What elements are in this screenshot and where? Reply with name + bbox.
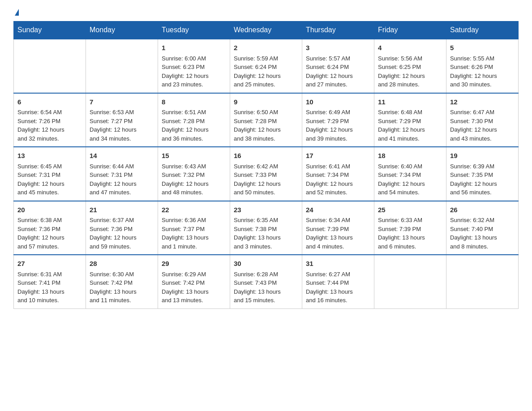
- calendar-cell: 29Sunrise: 6:29 AM Sunset: 7:42 PM Dayli…: [158, 255, 230, 308]
- day-info: Sunrise: 6:39 AM Sunset: 7:35 PM Dayligh…: [450, 163, 497, 196]
- calendar-cell: 4Sunrise: 5:56 AM Sunset: 6:25 PM Daylig…: [374, 39, 446, 93]
- day-number: 19: [450, 151, 515, 161]
- calendar-cell: 9Sunrise: 6:50 AM Sunset: 7:28 PM Daylig…: [230, 93, 302, 147]
- day-number: 28: [90, 259, 154, 269]
- calendar-cell: 2Sunrise: 5:59 AM Sunset: 6:24 PM Daylig…: [230, 39, 302, 93]
- day-info: Sunrise: 6:32 AM Sunset: 7:40 PM Dayligh…: [450, 217, 497, 250]
- day-number: 29: [162, 259, 226, 269]
- day-info: Sunrise: 6:43 AM Sunset: 7:32 PM Dayligh…: [162, 163, 209, 196]
- day-number: 13: [17, 151, 82, 161]
- day-info: Sunrise: 5:59 AM Sunset: 6:24 PM Dayligh…: [234, 55, 281, 88]
- day-number: 5: [450, 43, 515, 53]
- page-header: [13, 9, 519, 17]
- day-number: 10: [306, 97, 370, 107]
- logo: [13, 9, 19, 17]
- calendar-header-row: SundayMondayTuesdayWednesdayThursdayFrid…: [14, 21, 519, 39]
- calendar-cell: 23Sunrise: 6:35 AM Sunset: 7:38 PM Dayli…: [230, 201, 302, 255]
- day-info: Sunrise: 6:29 AM Sunset: 7:42 PM Dayligh…: [162, 271, 209, 304]
- day-info: Sunrise: 6:37 AM Sunset: 7:36 PM Dayligh…: [90, 217, 137, 250]
- day-number: 25: [378, 205, 442, 215]
- calendar-cell: 18Sunrise: 6:40 AM Sunset: 7:34 PM Dayli…: [374, 147, 446, 201]
- day-number: 17: [306, 151, 370, 161]
- day-info: Sunrise: 6:47 AM Sunset: 7:30 PM Dayligh…: [450, 109, 497, 142]
- calendar-week-row: 20Sunrise: 6:38 AM Sunset: 7:36 PM Dayli…: [14, 201, 519, 255]
- day-number: 2: [234, 43, 298, 53]
- day-info: Sunrise: 6:54 AM Sunset: 7:26 PM Dayligh…: [17, 109, 64, 142]
- calendar-week-row: 6Sunrise: 6:54 AM Sunset: 7:26 PM Daylig…: [14, 93, 519, 147]
- calendar-cell: 14Sunrise: 6:44 AM Sunset: 7:31 PM Dayli…: [86, 147, 158, 201]
- column-header-sunday: Sunday: [14, 21, 86, 39]
- calendar-week-row: 1Sunrise: 6:00 AM Sunset: 6:23 PM Daylig…: [14, 39, 519, 93]
- calendar-cell: 31Sunrise: 6:27 AM Sunset: 7:44 PM Dayli…: [302, 255, 374, 308]
- column-header-thursday: Thursday: [302, 21, 374, 39]
- day-info: Sunrise: 6:40 AM Sunset: 7:34 PM Dayligh…: [378, 163, 425, 196]
- day-info: Sunrise: 5:57 AM Sunset: 6:24 PM Dayligh…: [306, 55, 353, 88]
- day-info: Sunrise: 6:50 AM Sunset: 7:28 PM Dayligh…: [234, 109, 281, 142]
- day-info: Sunrise: 6:49 AM Sunset: 7:29 PM Dayligh…: [306, 109, 353, 142]
- day-number: 8: [162, 97, 226, 107]
- day-number: 24: [306, 205, 370, 215]
- day-info: Sunrise: 6:31 AM Sunset: 7:41 PM Dayligh…: [17, 271, 64, 304]
- calendar-cell: 22Sunrise: 6:36 AM Sunset: 7:37 PM Dayli…: [158, 201, 230, 255]
- calendar-week-row: 27Sunrise: 6:31 AM Sunset: 7:41 PM Dayli…: [14, 255, 519, 308]
- calendar-cell: 16Sunrise: 6:42 AM Sunset: 7:33 PM Dayli…: [230, 147, 302, 201]
- day-number: 1: [162, 43, 226, 53]
- day-info: Sunrise: 6:53 AM Sunset: 7:27 PM Dayligh…: [90, 109, 137, 142]
- calendar-cell: [14, 39, 86, 93]
- calendar-cell: [374, 255, 446, 308]
- calendar-cell: 20Sunrise: 6:38 AM Sunset: 7:36 PM Dayli…: [14, 201, 86, 255]
- day-info: Sunrise: 6:00 AM Sunset: 6:23 PM Dayligh…: [162, 55, 209, 88]
- logo-triangle-icon: [15, 9, 19, 16]
- calendar-cell: 11Sunrise: 6:48 AM Sunset: 7:29 PM Dayli…: [374, 93, 446, 147]
- day-info: Sunrise: 6:44 AM Sunset: 7:31 PM Dayligh…: [90, 163, 137, 196]
- day-info: Sunrise: 6:33 AM Sunset: 7:39 PM Dayligh…: [378, 217, 425, 250]
- day-info: Sunrise: 6:30 AM Sunset: 7:42 PM Dayligh…: [90, 271, 137, 304]
- day-info: Sunrise: 6:34 AM Sunset: 7:39 PM Dayligh…: [306, 217, 353, 250]
- day-info: Sunrise: 6:48 AM Sunset: 7:29 PM Dayligh…: [378, 109, 425, 142]
- calendar-cell: 21Sunrise: 6:37 AM Sunset: 7:36 PM Dayli…: [86, 201, 158, 255]
- day-number: 26: [450, 205, 515, 215]
- day-info: Sunrise: 6:27 AM Sunset: 7:44 PM Dayligh…: [306, 271, 353, 304]
- calendar-cell: 7Sunrise: 6:53 AM Sunset: 7:27 PM Daylig…: [86, 93, 158, 147]
- calendar-cell: 3Sunrise: 5:57 AM Sunset: 6:24 PM Daylig…: [302, 39, 374, 93]
- day-info: Sunrise: 6:38 AM Sunset: 7:36 PM Dayligh…: [17, 217, 64, 250]
- day-number: 6: [17, 97, 82, 107]
- day-info: Sunrise: 6:42 AM Sunset: 7:33 PM Dayligh…: [234, 163, 281, 196]
- calendar-cell: 30Sunrise: 6:28 AM Sunset: 7:43 PM Dayli…: [230, 255, 302, 308]
- day-number: 21: [90, 205, 154, 215]
- day-info: Sunrise: 5:55 AM Sunset: 6:26 PM Dayligh…: [450, 55, 497, 88]
- calendar-week-row: 13Sunrise: 6:45 AM Sunset: 7:31 PM Dayli…: [14, 147, 519, 201]
- day-number: 14: [90, 151, 154, 161]
- calendar-cell: 28Sunrise: 6:30 AM Sunset: 7:42 PM Dayli…: [86, 255, 158, 308]
- calendar-cell: 8Sunrise: 6:51 AM Sunset: 7:28 PM Daylig…: [158, 93, 230, 147]
- day-info: Sunrise: 6:51 AM Sunset: 7:28 PM Dayligh…: [162, 109, 209, 142]
- day-info: Sunrise: 6:41 AM Sunset: 7:34 PM Dayligh…: [306, 163, 353, 196]
- day-number: 9: [234, 97, 298, 107]
- calendar-cell: 25Sunrise: 6:33 AM Sunset: 7:39 PM Dayli…: [374, 201, 446, 255]
- calendar-cell: 10Sunrise: 6:49 AM Sunset: 7:29 PM Dayli…: [302, 93, 374, 147]
- column-header-saturday: Saturday: [446, 21, 519, 39]
- column-header-wednesday: Wednesday: [230, 21, 302, 39]
- day-info: Sunrise: 6:45 AM Sunset: 7:31 PM Dayligh…: [17, 163, 64, 196]
- calendar-cell: 15Sunrise: 6:43 AM Sunset: 7:32 PM Dayli…: [158, 147, 230, 201]
- calendar-cell: 6Sunrise: 6:54 AM Sunset: 7:26 PM Daylig…: [14, 93, 86, 147]
- calendar-table: SundayMondayTuesdayWednesdayThursdayFrid…: [13, 21, 519, 309]
- day-info: Sunrise: 6:28 AM Sunset: 7:43 PM Dayligh…: [234, 271, 281, 304]
- day-number: 3: [306, 43, 370, 53]
- day-number: 4: [378, 43, 442, 53]
- day-info: Sunrise: 6:36 AM Sunset: 7:37 PM Dayligh…: [162, 217, 209, 250]
- day-number: 23: [234, 205, 298, 215]
- day-info: Sunrise: 6:35 AM Sunset: 7:38 PM Dayligh…: [234, 217, 281, 250]
- day-number: 18: [378, 151, 442, 161]
- column-header-friday: Friday: [374, 21, 446, 39]
- calendar-cell: 19Sunrise: 6:39 AM Sunset: 7:35 PM Dayli…: [446, 147, 519, 201]
- day-number: 27: [17, 259, 82, 269]
- day-number: 16: [234, 151, 298, 161]
- calendar-cell: 26Sunrise: 6:32 AM Sunset: 7:40 PM Dayli…: [446, 201, 519, 255]
- day-number: 20: [17, 205, 82, 215]
- column-header-tuesday: Tuesday: [158, 21, 230, 39]
- day-number: 22: [162, 205, 226, 215]
- day-number: 15: [162, 151, 226, 161]
- calendar-cell: 12Sunrise: 6:47 AM Sunset: 7:30 PM Dayli…: [446, 93, 519, 147]
- column-header-monday: Monday: [86, 21, 158, 39]
